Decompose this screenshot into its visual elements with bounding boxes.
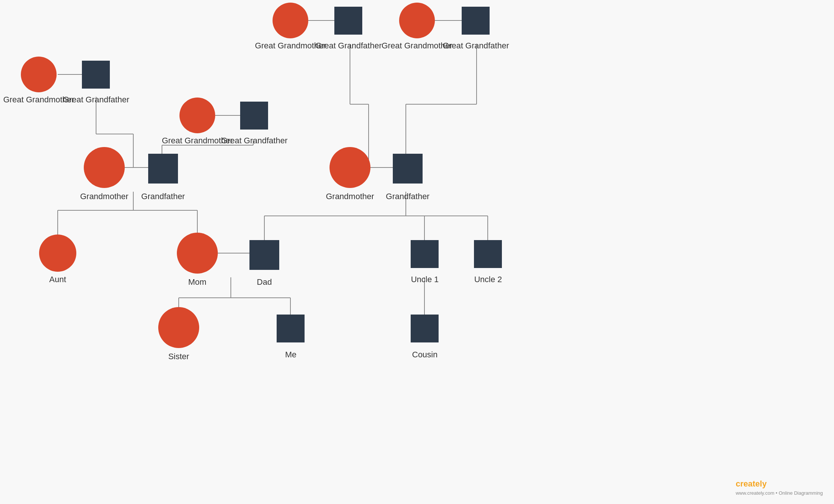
aunt-node — [39, 235, 76, 272]
great-grandfather-4-label: Great Grandfather — [443, 41, 509, 50]
grandmother-1-node — [84, 147, 125, 188]
grandmother-2-label: Grandmother — [326, 192, 374, 201]
uncle1-node — [411, 240, 439, 268]
grandmother-1-label: Grandmother — [80, 192, 128, 201]
uncle1-label: Uncle 1 — [411, 275, 439, 284]
great-grandfather-1-node — [82, 61, 110, 89]
me-label: Me — [285, 350, 297, 359]
uncle2-label: Uncle 2 — [474, 275, 502, 284]
great-grandmother-4-node — [399, 3, 435, 38]
dad-node — [249, 240, 279, 270]
great-grandmother-1-node — [21, 57, 57, 92]
cousin-node — [411, 315, 439, 342]
great-grandfather-3-label: Great Grandfather — [315, 41, 382, 50]
me-node — [277, 315, 305, 342]
grandfather-1-label: Grandfather — [141, 192, 185, 201]
mom-node — [177, 233, 218, 274]
sister-label: Sister — [168, 352, 189, 361]
family-tree-diagram: Great Grandmother Great Grandfather Grea… — [0, 0, 834, 504]
dad-label: Dad — [257, 277, 272, 287]
great-grandfather-3-node — [334, 7, 362, 35]
creately-branding: creately www.creately.com • Online Diagr… — [736, 479, 823, 497]
sister-node — [158, 307, 199, 348]
grandfather-2-label: Grandfather — [386, 192, 429, 201]
great-grandfather-4-node — [462, 7, 490, 35]
cousin-label: Cousin — [412, 350, 437, 359]
great-grandfather-2-label: Great Grandfather — [221, 136, 288, 145]
uncle2-node — [474, 240, 502, 268]
great-grandmother-2-node — [179, 98, 215, 133]
great-grandfather-2-node — [240, 102, 268, 130]
great-grandmother-3-node — [273, 3, 308, 38]
great-grandfather-1-label: Great Grandfather — [63, 95, 130, 104]
grandfather-2-node — [393, 154, 423, 184]
grandmother-2-node — [330, 147, 370, 188]
creately-tagline: www.creately.com • Online Diagramming — [736, 490, 823, 496]
great-grandmother-4-label: Great Grandmother — [382, 41, 453, 50]
grandfather-1-node — [148, 154, 178, 184]
mom-label: Mom — [188, 277, 207, 287]
aunt-label: Aunt — [49, 275, 66, 284]
